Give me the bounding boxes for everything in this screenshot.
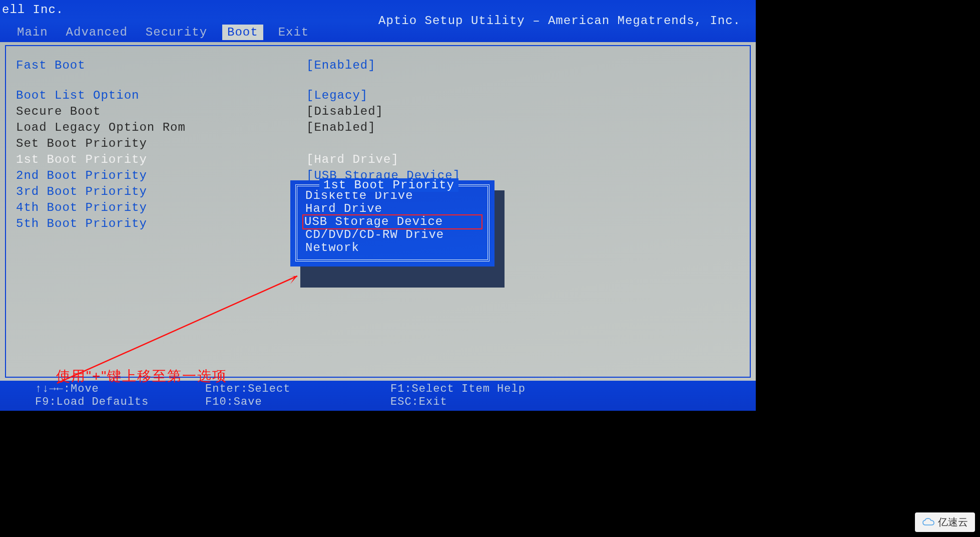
watermark-text: 亿速云 xyxy=(938,515,968,529)
vendor-label: ell Inc. xyxy=(2,3,64,17)
menu-tabs: Main Advanced Security Boot Exit xyxy=(14,25,312,40)
footer-f9-hint: F9:Load Defaults xyxy=(35,396,205,409)
setting-label: Secure Boot xyxy=(16,104,306,119)
main-settings-panel: Fast Boot [Enabled] Boot List Option [Le… xyxy=(5,45,751,378)
setting-label: 2nd Boot Priority xyxy=(16,168,306,183)
setting-value: [Legacy] xyxy=(306,88,368,103)
popup-border: 1st Boot Priority Diskette Drive Hard Dr… xyxy=(295,184,489,261)
footer-f1-hint: F1:Select Item Help xyxy=(390,383,721,396)
annotation-text: 使用"+"键上移至第一选项 xyxy=(56,367,227,386)
footer-f10-hint: F10:Save xyxy=(205,396,390,409)
setting-label: 1st Boot Priority xyxy=(16,152,306,167)
setting-1st-boot-priority[interactable]: 1st Boot Priority [Hard Drive] xyxy=(16,152,740,167)
setting-secure-boot[interactable]: Secure Boot [Disabled] xyxy=(16,104,740,119)
popup-item-network[interactable]: Network xyxy=(303,241,481,254)
popup-item-hard-drive[interactable]: Hard Drive xyxy=(303,202,481,215)
setting-label: Load Legacy Option Rom xyxy=(16,120,306,135)
setting-value: [Hard Drive] xyxy=(306,152,399,167)
popup-item-cd-dvd[interactable]: CD/DVD/CD-RW Drive xyxy=(303,228,481,241)
boot-priority-popup: 1st Boot Priority Diskette Drive Hard Dr… xyxy=(290,180,495,266)
setting-set-boot-priority[interactable]: Set Boot Priority xyxy=(16,136,740,151)
setting-value: [Enabled] xyxy=(306,58,376,73)
footer-enter-hint: Enter:Select xyxy=(205,383,390,396)
setting-value: [Enabled] xyxy=(306,120,376,135)
setting-label: Set Boot Priority xyxy=(16,136,306,151)
setting-label: 3rd Boot Priority xyxy=(16,184,306,199)
svg-marker-1 xyxy=(287,276,297,284)
utility-title: Aptio Setup Utility – American Megatrend… xyxy=(378,14,741,28)
footer-esc-hint: ESC:Exit xyxy=(390,396,721,409)
tab-advanced[interactable]: Advanced xyxy=(63,25,131,40)
popup-title: 1st Boot Priority xyxy=(319,178,458,192)
setting-label: Fast Boot xyxy=(16,58,306,73)
setting-label: Boot List Option xyxy=(16,88,306,103)
bios-screen: ell Inc. Aptio Setup Utility – American … xyxy=(0,0,756,411)
tab-boot[interactable]: Boot xyxy=(222,25,263,40)
popup-item-usb-storage[interactable]: USB Storage Device xyxy=(302,214,482,229)
tab-main[interactable]: Main xyxy=(14,25,51,40)
setting-label: 4th Boot Priority xyxy=(16,200,306,215)
setting-boot-list-option[interactable]: Boot List Option [Legacy] xyxy=(16,88,740,103)
tab-security[interactable]: Security xyxy=(143,25,210,40)
setting-fast-boot[interactable]: Fast Boot [Enabled] xyxy=(16,58,740,73)
spacer xyxy=(16,74,740,88)
tab-exit[interactable]: Exit xyxy=(275,25,312,40)
cloud-icon xyxy=(922,518,935,527)
watermark-badge: 亿速云 xyxy=(915,512,975,532)
header-bar: ell Inc. Aptio Setup Utility – American … xyxy=(0,0,756,42)
setting-value: [Disabled] xyxy=(306,104,383,119)
setting-load-legacy-rom[interactable]: Load Legacy Option Rom [Enabled] xyxy=(16,120,740,135)
setting-label: 5th Boot Priority xyxy=(16,216,306,231)
